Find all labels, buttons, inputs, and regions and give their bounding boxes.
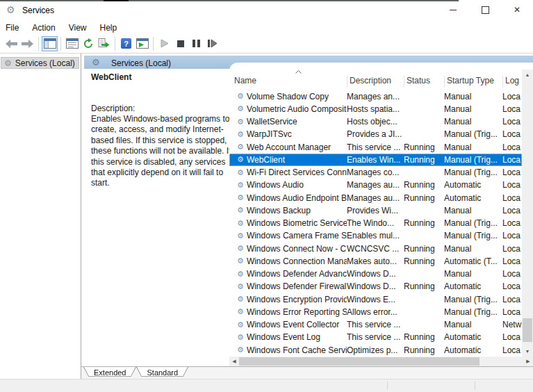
scroll-left-icon[interactable]: ◀: [229, 357, 239, 366]
service-description-cell: WCNCSVC ...: [347, 244, 404, 254]
scroll-up-icon[interactable]: ▲: [522, 70, 533, 80]
service-description-cell: Hosts spatia...: [347, 104, 404, 114]
service-name: Windows Event Collector: [247, 320, 339, 329]
menu-action[interactable]: Action: [32, 22, 61, 34]
vertical-scroll-thumb[interactable]: [523, 318, 532, 342]
close-button[interactable]: ✕: [501, 0, 533, 19]
help-button[interactable]: ?: [118, 36, 134, 51]
service-startup-type-cell: Manual (Trig...: [444, 218, 502, 228]
column-header-startup-type[interactable]: Startup Type: [447, 76, 494, 85]
service-gear-icon: ⚙: [237, 295, 244, 303]
service-startup-type-cell: Automatic (T...: [444, 256, 502, 266]
service-name: Windows Defender Firewall: [247, 281, 347, 291]
service-description-cell: Manages au...: [347, 193, 404, 203]
menu-file[interactable]: File: [6, 22, 25, 34]
horizontal-scroll-thumb[interactable]: [239, 357, 479, 366]
table-row[interactable]: ⚙Wi-Fi Direct Services Conne...Manages c…: [229, 166, 522, 179]
table-row[interactable]: ⚙Windows Defender Advanc...Windows D...M…: [229, 268, 522, 280]
service-startup-type-cell: Automatic: [444, 332, 502, 342]
toolbar-separator: [153, 37, 154, 51]
table-row[interactable]: ⚙Windows Event LogThis service ...Runnin…: [229, 331, 522, 343]
table-row[interactable]: ⚙Windows Connection Mana...Makes auto...…: [229, 255, 522, 268]
table-row[interactable]: ⚙WarpJITSvcProvides a JI...Manual (Trig.…: [229, 128, 522, 140]
service-description-cell: Provides Wi...: [347, 206, 404, 215]
table-row[interactable]: ⚙WebClientEnables Win...RunningManual (T…: [229, 154, 522, 166]
table-row[interactable]: ⚙Web Account ManagerThis service ...Runn…: [229, 141, 522, 154]
service-log-on-as-cell: Loca: [502, 104, 522, 114]
menu-view[interactable]: View: [69, 22, 93, 34]
service-name: WarpJITSvc: [247, 129, 292, 139]
tab-standard[interactable]: Standard: [136, 367, 188, 379]
service-name-cell: ⚙WebClient: [229, 155, 347, 165]
stop-service-button[interactable]: [172, 36, 188, 51]
help-icon: ?: [121, 38, 131, 49]
export-list-button[interactable]: [96, 36, 112, 51]
service-name: Windows Audio Endpoint B...: [247, 193, 347, 203]
service-status-cell: Running: [404, 142, 444, 152]
service-gear-icon: ⚙: [237, 118, 244, 126]
maximize-button[interactable]: [469, 0, 501, 19]
title-bar[interactable]: ⚙ Services ✕: [0, 1, 533, 19]
column-separator: [347, 76, 347, 88]
service-gear-icon: ⚙: [237, 194, 244, 202]
show-console-tree-button[interactable]: [42, 36, 58, 51]
scroll-down-icon[interactable]: ▼: [522, 346, 533, 357]
service-name-cell: ⚙Windows Event Collector: [229, 320, 347, 329]
table-row[interactable]: ⚙Windows Audio Endpoint B...Manages au..…: [229, 192, 522, 204]
properties-button[interactable]: [64, 36, 80, 51]
table-row[interactable]: ⚙Volumetric Audio Composit...Hosts spati…: [229, 103, 522, 115]
column-header-name[interactable]: Name: [234, 76, 256, 85]
service-gear-icon: ⚙: [237, 283, 244, 291]
column-header-description[interactable]: Description: [350, 76, 391, 85]
vertical-scrollbar[interactable]: ▲ ▼: [522, 70, 533, 357]
table-row[interactable]: ⚙Windows AudioManages au...RunningAutoma…: [229, 179, 522, 191]
pause-service-button[interactable]: [188, 36, 204, 51]
service-list-rows: ⚙Volume Shadow CopyManages an...ManualLo…: [229, 90, 522, 357]
service-name-cell: ⚙Windows Error Reporting Se...: [229, 307, 347, 317]
sort-ascending-icon: [295, 70, 302, 74]
service-name-cell: ⚙Wi-Fi Direct Services Conne...: [229, 168, 347, 177]
minimize-button[interactable]: [437, 0, 469, 19]
show-action-pane-button[interactable]: [134, 36, 150, 51]
pane-header-title: Services (Local): [111, 58, 171, 68]
table-row[interactable]: ⚙Windows Encryption Provid...Windows E..…: [229, 293, 522, 306]
table-row[interactable]: ⚙Windows Event CollectorThis service ...…: [229, 318, 522, 331]
service-log-on-as-cell: Loca: [502, 269, 522, 279]
service-startup-type-cell: Manual: [444, 104, 502, 114]
service-startup-type-cell: Manual: [444, 320, 502, 329]
service-name: Volumetric Audio Composit...: [247, 104, 347, 114]
service-description-cell: Optimizes p...: [347, 345, 404, 355]
table-row[interactable]: ⚙Windows Defender FirewallWindows D...Ru…: [229, 280, 522, 293]
tree-item-services-local[interactable]: ⚙ Services (Local): [1, 57, 79, 69]
tab-extended[interactable]: Extended: [83, 367, 136, 379]
services-list-panel: Name Description Status Startup Type Log…: [229, 63, 533, 366]
table-row[interactable]: ⚙Windows Error Reporting Se...Allows err…: [229, 306, 522, 318]
column-header-status[interactable]: Status: [407, 76, 430, 85]
service-log-on-as-cell: Loca: [502, 231, 522, 240]
horizontal-scrollbar[interactable]: ◀ ▶: [229, 357, 533, 366]
restart-service-button[interactable]: [204, 36, 220, 51]
service-startup-type-cell: Manual (Trig...: [444, 295, 502, 304]
service-startup-type-cell: Manual: [444, 206, 502, 215]
table-row[interactable]: ⚙Windows Font Cache ServiceOptimizes p..…: [229, 344, 522, 357]
table-row[interactable]: ⚙Volume Shadow CopyManages an...ManualLo…: [229, 90, 522, 103]
service-name: Volume Shadow Copy: [247, 92, 329, 101]
service-status-cell: Running: [404, 332, 444, 342]
service-name: Windows Event Log: [247, 332, 320, 342]
refresh-icon: [83, 38, 94, 49]
show-action-pane-icon: [136, 38, 149, 49]
table-row[interactable]: ⚙Windows Camera Frame Se...Enables mul..…: [229, 229, 522, 242]
service-description-cell: Windows D...: [347, 281, 404, 291]
back-button[interactable]: [3, 36, 19, 51]
table-row[interactable]: ⚙Windows Biometric ServiceThe Windo...Ru…: [229, 217, 522, 229]
forward-button[interactable]: [19, 36, 35, 51]
start-service-button[interactable]: [156, 36, 172, 51]
menu-help[interactable]: Help: [100, 22, 124, 34]
table-row[interactable]: ⚙Windows Connect Now - C...WCNCSVC ...Ru…: [229, 243, 522, 255]
column-header-log-on-as[interactable]: Log: [505, 76, 523, 85]
refresh-button[interactable]: [80, 36, 96, 51]
status-bar: [0, 379, 533, 392]
table-row[interactable]: ⚙Windows BackupProvides Wi...ManualLoca: [229, 204, 522, 217]
table-row[interactable]: ⚙WalletServiceHosts objec...ManualLoca: [229, 115, 522, 128]
scroll-right-icon[interactable]: ▶: [523, 357, 533, 366]
